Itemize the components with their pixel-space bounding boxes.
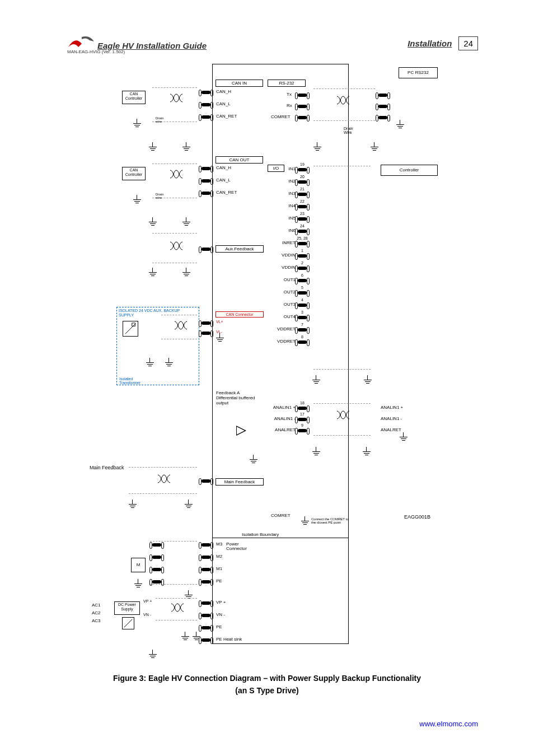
io-pin <box>298 217 307 221</box>
pin-pc-rx <box>378 105 387 108</box>
io-pin <box>298 316 307 319</box>
ac2-label: AC2 <box>92 610 101 615</box>
io-pin-label: IN4 <box>275 203 296 208</box>
io-pin-label: IN5 <box>275 216 296 221</box>
can-ret-out-label: CAN_RET <box>216 190 237 195</box>
main-feedback-ext-label: Main Feedback <box>90 465 124 470</box>
drain-wire-label: Drain wire <box>156 193 167 199</box>
can-out-label: CAN OUT <box>216 156 263 164</box>
svg-line-2 <box>124 619 133 628</box>
io-pin-label: VDDIN <box>275 253 296 258</box>
pin-number: 25, 28 <box>297 236 308 240</box>
pin-tx <box>298 94 307 97</box>
caption-line-1: Figure 3: Eagle HV Connection Diagram – … <box>0 672 534 684</box>
vn-minus-ext-label: VN - <box>143 613 151 617</box>
pin-vl-plus <box>202 321 210 325</box>
anal-pin <box>298 429 307 432</box>
ground-icon <box>312 451 320 459</box>
pin-comret <box>298 116 307 119</box>
io-pin-label: VDDRET <box>275 339 296 344</box>
ground-icon <box>133 123 141 131</box>
pin-vl-minus <box>202 332 210 335</box>
pin-number: 19 <box>297 162 308 166</box>
pin-can-h-in <box>202 91 210 94</box>
io-pin-label: OUT2 <box>275 290 296 295</box>
ground-icon <box>364 380 372 388</box>
io-pin <box>298 242 307 245</box>
ground-icon <box>134 584 142 591</box>
can-ret-in-label: CAN_RET <box>216 114 237 119</box>
footer-url: www.elmomc.com <box>419 720 478 728</box>
can-h-in-label: CAN_H <box>216 89 231 94</box>
eagg-code: EAGG001B <box>404 514 430 520</box>
twisted-pair-icon <box>158 474 170 484</box>
twisted-pair-icon <box>170 93 182 103</box>
pin-pc-tx <box>378 94 387 97</box>
pe-heatsink-label: PE Heat sink <box>216 637 242 642</box>
io-pin <box>298 279 307 282</box>
io-pin <box>298 267 307 270</box>
header-left: Eagle HV Installation Guide <box>67 35 207 50</box>
pe2-label: PE <box>216 624 222 629</box>
anal-pin-ext-label: ANALIN1 + <box>381 405 403 410</box>
can-l-out-label: CAN_L <box>216 178 231 183</box>
pin-number: 24 <box>297 224 308 228</box>
pin-pe-hs <box>202 638 210 642</box>
ac1-label: AC1 <box>92 603 101 608</box>
pin-m3 <box>202 543 210 547</box>
svg-line-0 <box>125 324 136 334</box>
isolated-transformer-label: Isolated Transformer <box>119 377 143 385</box>
comret2-label: COMRET <box>271 513 291 518</box>
vp-plus-ext-label: VP + <box>143 599 152 603</box>
can-l-in-label: CAN_L <box>216 101 231 106</box>
pin-m1 <box>202 568 210 571</box>
ground-icon <box>182 222 190 230</box>
pin-vp-plus <box>202 601 210 605</box>
header-right: Installation 24 <box>407 36 478 50</box>
pin-number: 2 <box>297 261 308 265</box>
pc-rs232-box: PC RS232 <box>399 67 438 78</box>
ground-icon <box>363 451 371 459</box>
pin-number: 21 <box>297 187 308 191</box>
figure-caption: Figure 3: Eagle HV Connection Diagram – … <box>0 672 534 697</box>
io-pin-label: OUT4 <box>275 314 296 319</box>
vp-plus-label: VP + <box>216 600 226 605</box>
cable-motor <box>150 541 197 585</box>
version-string: MAN-EAG-HVIG (Ver. 1.502) <box>67 49 125 54</box>
twisted-pair-icon <box>170 169 182 179</box>
pin-number: 7 <box>297 323 308 326</box>
m3-label: M3 <box>216 542 222 547</box>
ground-icon <box>371 147 378 155</box>
twisted-pair-icon <box>175 320 187 330</box>
can-in-label: CAN IN <box>216 80 263 87</box>
pin-number: 18 <box>297 401 308 405</box>
pin-number: 9 <box>297 423 308 427</box>
anal-pin-label: ANALIN1 - <box>265 416 296 421</box>
dc-power-box: DC Power Supply <box>114 601 140 615</box>
pin-can-l-out <box>202 179 210 183</box>
ground-icon <box>149 654 157 662</box>
controller-box: Controller <box>381 165 438 176</box>
io-pin-label: OUT3 <box>275 302 296 307</box>
pin-pe2 <box>202 626 210 629</box>
rx-label: Rx <box>287 103 292 108</box>
ground-icon <box>312 380 320 388</box>
isolation-boundary-line <box>212 538 349 538</box>
pe1-label: PE <box>216 578 222 584</box>
drain-wire-label: Drain wire <box>156 116 167 123</box>
io-pin <box>298 328 307 332</box>
ground-icon <box>149 147 157 155</box>
pin-number: 5 <box>297 286 308 290</box>
main-feedback-label: Main Feedback <box>216 478 264 486</box>
pin-number: 20 <box>297 175 308 179</box>
pin-m1-ext <box>152 568 161 571</box>
pin-can-l-in <box>202 103 210 106</box>
tx-label: Tx <box>287 92 292 97</box>
pin-pc-comret <box>378 116 387 119</box>
pin-pe1 <box>202 580 210 584</box>
pin-can-ret-in <box>202 115 210 119</box>
anal-pin-ext-label: ANALRET <box>381 427 401 432</box>
elmo-logo-icon <box>67 35 95 50</box>
twisted-pair-icon <box>171 603 184 613</box>
pin-main-fb <box>202 479 210 483</box>
